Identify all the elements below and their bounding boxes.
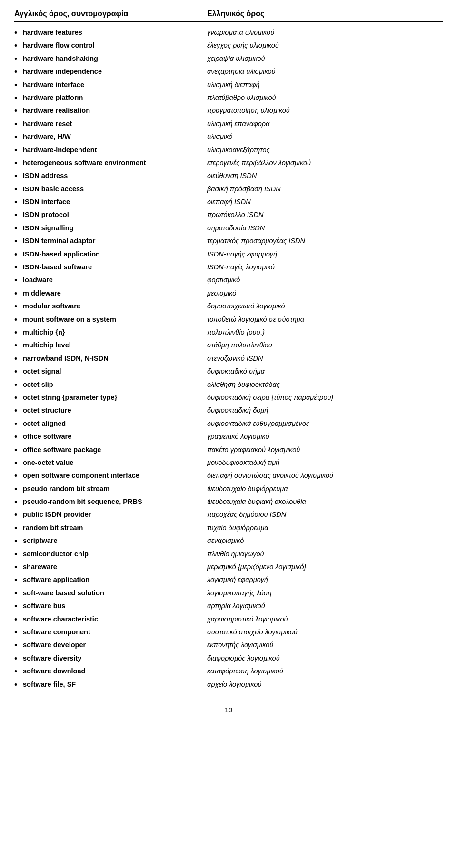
- term-english: multichip level: [23, 340, 71, 350]
- term-greek: γνωρίσματα υλισμικού: [207, 28, 443, 38]
- term-english: ISDN-based software: [23, 262, 92, 272]
- table-row: •multichip levelστάθμη πολυπλινθίου: [14, 339, 443, 352]
- term-greek: χειραψία υλισμικού: [207, 54, 443, 64]
- term-greek: ανεξαρτησία υλισμικού: [207, 67, 443, 77]
- bullet-icon: •: [14, 471, 21, 482]
- term-greek: βασική πρόσβαση ISDN: [207, 184, 443, 194]
- term-greek: μονοδυφιοοκταδική τιμή: [207, 458, 443, 468]
- bullet-icon: •: [14, 562, 21, 573]
- table-row: •pseudo random bit streamψευδοτυχαίο δυφ…: [14, 483, 443, 496]
- bullet-icon: •: [14, 419, 21, 430]
- term-greek: τερματικός προσαρμογέας ISDN: [207, 236, 443, 246]
- table-row: •octet-alignedδυφιοοκταδικά ευθυγραμμισμ…: [14, 418, 443, 431]
- bullet-icon: •: [14, 680, 21, 690]
- term-greek: εκπονητής λογισμικού: [207, 640, 443, 650]
- term-greek: σεναρισμικό: [207, 536, 443, 546]
- term-english: middleware: [23, 288, 61, 298]
- term-greek: πακέτο γραφειακού λογισμικού: [207, 445, 443, 455]
- bullet-icon: •: [14, 54, 21, 65]
- table-row: •heterogeneous software environmentετερο…: [14, 157, 443, 170]
- bullet-icon: •: [14, 301, 21, 312]
- term-greek: πλατύβαθρο υλισμικού: [207, 93, 443, 103]
- bullet-icon: •: [14, 366, 21, 377]
- term-english: ISDN interface: [23, 197, 70, 207]
- table-row: •hardware-independentυλισμικοανεξάρτητος: [14, 144, 443, 157]
- table-row: •ISDN addressδιεύθυνση ISDN: [14, 170, 443, 183]
- term-english: loadware: [23, 275, 53, 285]
- term-english: hardware realisation: [23, 106, 90, 116]
- term-english: hardware features: [23, 28, 82, 38]
- term-english: one-octet value: [23, 458, 73, 468]
- bullet-icon: •: [14, 327, 21, 338]
- term-english: semiconductor chip: [23, 549, 89, 559]
- bullet-icon: •: [14, 158, 21, 169]
- term-greek: στάθμη πολυπλινθίου: [207, 340, 443, 350]
- table-row: •software applicationλογισμική εφαρμογή: [14, 574, 443, 587]
- term-greek: ISDN-παγές λογισμικό: [207, 262, 443, 272]
- term-greek: έλεγχος ροής υλισμικού: [207, 40, 443, 50]
- bullet-icon: •: [14, 315, 21, 326]
- page-number: 19: [14, 706, 443, 714]
- table-row: •ISDN basic accessβασική πρόσβαση ISDN: [14, 183, 443, 196]
- term-english: heterogeneous software environment: [23, 158, 146, 168]
- table-row: •multichip {n}πολυπλινθίο {ουσ.}: [14, 326, 443, 339]
- header-greek: Ελληνικός όρος: [207, 10, 443, 18]
- table-row: •semiconductor chipπλινθίο ημιαγωγού: [14, 548, 443, 561]
- term-english: ISDN-based application: [23, 249, 100, 259]
- bullet-icon: •: [14, 354, 21, 365]
- bullet-icon: •: [14, 223, 21, 234]
- term-greek: διεπαφή ISDN: [207, 197, 443, 207]
- bullet-icon: •: [14, 523, 21, 534]
- term-english: scriptware: [23, 536, 58, 546]
- table-row: •office softwareγραφειακό λογισμικό: [14, 431, 443, 444]
- term-greek: παροχέας δημόσιου ISDN: [207, 510, 443, 520]
- term-greek: τοποθετώ λογισμικό σε σύστημα: [207, 315, 443, 325]
- term-greek: καταφόρτωση λογισμικού: [207, 666, 443, 676]
- bullet-icon: •: [14, 145, 21, 156]
- table-row: •hardware flow controlέλεγχος ροής υλισμ…: [14, 39, 443, 52]
- term-english: software characteristic: [23, 614, 98, 624]
- bullet-icon: •: [14, 380, 21, 391]
- term-english: office software package: [23, 445, 101, 455]
- term-greek: φορτισμικό: [207, 275, 443, 285]
- bullet-icon: •: [14, 497, 21, 508]
- term-greek: γραφειακό λογισμικό: [207, 432, 443, 442]
- bullet-icon: •: [14, 119, 21, 130]
- table-row: •scriptwareσεναρισμικό: [14, 535, 443, 548]
- bullet-icon: •: [14, 80, 21, 91]
- term-english: hardware-independent: [23, 145, 97, 155]
- table-row: •ISDN signallingσηματοδοσία ISDN: [14, 222, 443, 235]
- term-english: software file, SF: [23, 680, 76, 690]
- bullet-icon: •: [14, 640, 21, 651]
- term-greek: ψευδοτυχαία δυφιακή ακολουθία: [207, 497, 443, 507]
- bullet-icon: •: [14, 575, 21, 586]
- term-english: public ISDN provider: [23, 510, 91, 520]
- table-row: •software developerεκπονητής λογισμικού: [14, 639, 443, 652]
- bullet-icon: •: [14, 627, 21, 638]
- table-row: •hardware handshakingχειραψία υλισμικού: [14, 53, 443, 66]
- bullet-icon: •: [14, 93, 21, 104]
- table-row: •hardware platformπλατύβαθρο υλισμικού: [14, 92, 443, 105]
- term-greek: υλισμικοανεξάρτητος: [207, 145, 443, 155]
- term-english: software bus: [23, 601, 65, 611]
- table-row: •ISDN-based softwareISDN-παγές λογισμικό: [14, 261, 443, 274]
- term-english: modular software: [23, 301, 80, 311]
- table-row: •open software component interfaceδιεπαφ…: [14, 470, 443, 483]
- term-english: octet structure: [23, 405, 71, 415]
- term-greek: ολίσθηση δυφιοοκτάδας: [207, 380, 443, 390]
- bullet-icon: •: [14, 445, 21, 456]
- bullet-icon: •: [14, 484, 21, 495]
- term-greek: δυφιοοκταδική σειρά {τύπος παραμέτρου}: [207, 393, 443, 403]
- term-greek: μεσισμικό: [207, 288, 443, 298]
- term-english: random bit stream: [23, 523, 83, 533]
- term-greek: ψευδοτυχαίο δυφιόρρευμα: [207, 484, 443, 494]
- bullet-icon: •: [14, 236, 21, 247]
- header-english: Αγγλικός όρος, συντομογραφία: [14, 10, 207, 18]
- table-row: •random bit streamτυχαίο δυφιόρρευμα: [14, 522, 443, 535]
- term-english: octet signal: [23, 366, 61, 376]
- table-row: •mount software on a systemτοποθετώ λογι…: [14, 314, 443, 326]
- table-row: •ISDN terminal adaptorτερματικός προσαρμ…: [14, 235, 443, 248]
- table-row: •ISDN protocolπρωτόκολλο ISDN: [14, 209, 443, 222]
- bullet-icon: •: [14, 458, 21, 469]
- term-greek: συστατικό στοιχείο λογισμικού: [207, 627, 443, 637]
